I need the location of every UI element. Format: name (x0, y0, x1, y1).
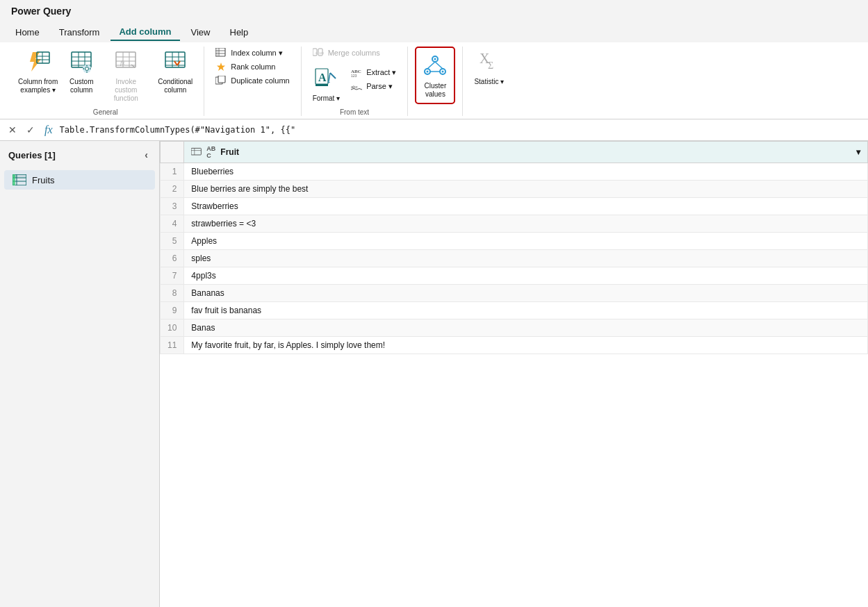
queries-collapse-button[interactable]: ‹ (142, 148, 151, 162)
format-button[interactable]: A Format ▾ (309, 63, 344, 106)
svg-text:A: A (315, 51, 318, 55)
fruit-cell: Banas (184, 319, 868, 337)
row-num-header (161, 142, 184, 163)
query-item-fruits[interactable]: Fruits (4, 170, 155, 190)
grid-table: ABC Fruit ▾ 1Blueberries2Blue berries ar… (160, 141, 868, 354)
ribbon-index-content: 1 2 3 Index column ▾ Rank column (211, 47, 293, 113)
duplicate-column-button[interactable]: Duplicate column (211, 74, 293, 87)
dup-col-label: Duplicate column (231, 76, 289, 85)
formula-confirm-icon[interactable]: ✓ (24, 123, 38, 137)
table-row: 4strawberries = <3 (161, 215, 868, 233)
fruit-cell: Bananas (184, 285, 868, 302)
app-title: Power Query (11, 6, 71, 17)
index-column-button[interactable]: 1 2 3 Index column ▾ (211, 47, 293, 59)
row-number: 3 (161, 198, 184, 215)
row-number: 6 (161, 250, 184, 267)
table-row: 10Banas (161, 319, 868, 337)
svg-rect-74 (191, 148, 201, 155)
column-from-examples-button[interactable]: Column fromexamples ▾ (14, 47, 62, 97)
row-number: 5 (161, 233, 184, 250)
extract-button[interactable]: ABC 123 Extract ▾ (347, 66, 400, 78)
svg-text:3: 3 (216, 54, 218, 57)
col-dropdown-icon[interactable]: ▾ (856, 147, 860, 157)
row-number: 11 (161, 337, 184, 354)
menu-home[interactable]: Home (7, 24, 48, 40)
table-row: 8Bananas (161, 285, 868, 302)
col-examples-label: Column fromexamples ▾ (18, 78, 58, 94)
col-examples-svg (26, 49, 51, 74)
menu-help[interactable]: Help (222, 24, 257, 40)
svg-point-63 (427, 71, 429, 73)
row-number: 8 (161, 285, 184, 302)
statistic-icon: X Σ (477, 49, 502, 76)
index-col-icon: 1 2 3 (215, 48, 227, 58)
fruit-cell: Blueberries (184, 163, 868, 181)
format-svg: A (313, 66, 338, 91)
ribbon-group-statistic: X Σ Statistic ▾ (463, 47, 515, 116)
invoke-custom-button[interactable]: fx Invoke customfunction (101, 47, 151, 106)
cluster-values-label: Clustervalues (425, 82, 447, 99)
formula-cancel-icon[interactable]: ✕ (6, 123, 19, 137)
statistic-button[interactable]: X Σ Statistic ▾ (470, 47, 508, 89)
ribbon: Column fromexamples ▾ (0, 42, 868, 119)
menu-add-column[interactable]: Add column (110, 24, 179, 41)
statistic-group-label (470, 113, 508, 116)
menu-transform[interactable]: Transform (51, 24, 108, 40)
formula-bar: ✕ ✓ fx (0, 119, 868, 141)
fruit-col-label: Fruit (220, 147, 239, 157)
fruit-column-header[interactable]: ABC Fruit ▾ (184, 142, 868, 163)
formula-input[interactable] (60, 125, 862, 135)
statistic-svg: X Σ (477, 49, 502, 74)
custom-column-button[interactable]: Customcolumn (65, 47, 98, 97)
queries-panel: Queries [1] ‹ Fruits (0, 141, 160, 607)
cond-col-svg (163, 49, 188, 74)
table-header-icon (191, 147, 202, 157)
cluster-values-icon (422, 52, 448, 80)
ribbon-cluster-content: Clustervalues (415, 47, 455, 113)
parse-button[interactable]: abc Parse ▾ (347, 80, 400, 92)
index-col-label: Index column ▾ (231, 49, 282, 58)
fruit-header-content: ABC Fruit ▾ (191, 145, 860, 159)
row-number: 4 (161, 215, 184, 233)
conditional-col-icon (163, 49, 188, 76)
merge-col-label: Merge columns (328, 49, 380, 57)
svg-text:123: 123 (319, 51, 324, 55)
title-bar: Power Query (0, 0, 868, 22)
fruits-table-icon (13, 174, 26, 185)
svg-rect-42 (218, 76, 225, 83)
formula-fx-icon[interactable]: fx (42, 122, 56, 138)
ribbon-group-general: Column fromexamples ▾ (7, 47, 204, 116)
fruit-cell: 4ppl3s (184, 267, 868, 285)
parse-label: Parse ▾ (366, 82, 393, 91)
svg-point-64 (442, 71, 444, 73)
general-label: General (14, 106, 197, 116)
svg-rect-73 (13, 174, 15, 185)
cluster-values-button[interactable]: Clustervalues (418, 49, 452, 101)
svg-text:123: 123 (351, 74, 357, 78)
menu-view[interactable]: View (183, 24, 219, 40)
rank-column-button[interactable]: Rank column (211, 60, 293, 73)
fruit-cell: fav fruit is bananas (184, 302, 868, 319)
ribbon-fromtext-content: A 123 Merge columns A (309, 47, 401, 106)
col-type-abc: ABC (206, 145, 215, 159)
svg-line-60 (435, 62, 443, 69)
table-row: 11My favorite fruit, by far, is Apples. … (161, 337, 868, 354)
table-row: 5Apples (161, 233, 868, 250)
row-number: 10 (161, 319, 184, 337)
table-row: 2Blue berries are simply the best (161, 181, 868, 198)
table-row: 6sples (161, 250, 868, 267)
main-layout: Queries [1] ‹ Fruits (0, 141, 868, 607)
fruit-cell: sples (184, 250, 868, 267)
invoke-custom-label: Invoke customfunction (105, 78, 147, 103)
custom-column-icon (69, 49, 94, 76)
row-number: 9 (161, 302, 184, 319)
merge-columns-button[interactable]: A 123 Merge columns (309, 47, 401, 59)
fromtext-label: From text (309, 106, 401, 116)
statistic-label: Statistic ▾ (474, 78, 504, 86)
extract-label: Extract ▾ (366, 68, 396, 77)
index-group-label (211, 113, 293, 116)
data-grid[interactable]: ABC Fruit ▾ 1Blueberries2Blue berries ar… (160, 141, 868, 607)
rank-col-label: Rank column (231, 63, 275, 71)
format-label: Format ▾ (313, 94, 340, 103)
conditional-column-button[interactable]: Conditionalcolumn (154, 47, 197, 97)
